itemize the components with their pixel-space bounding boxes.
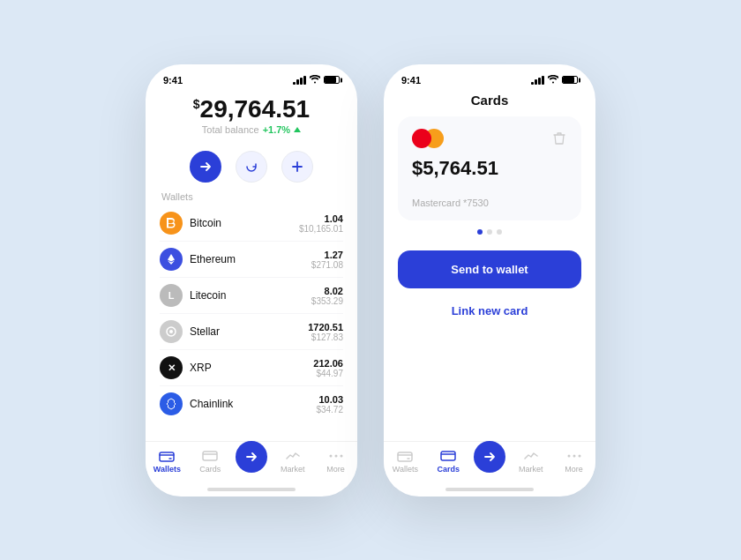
ethereum-amounts: 1.27 $271.08 — [311, 250, 343, 270]
dot-2 — [487, 229, 492, 235]
litecoin-name: Litecoin — [190, 289, 311, 302]
time-2: 9:41 — [401, 75, 421, 86]
bitcoin-usd: $10,165.01 — [299, 224, 343, 234]
nav-cards-1[interactable]: Cards — [192, 449, 228, 474]
up-arrow-icon — [294, 127, 301, 132]
svg-point-13 — [578, 454, 580, 457]
nav-market-label-1: Market — [281, 465, 305, 474]
mc-red-circle — [412, 129, 431, 148]
wallet-item-chainlink[interactable]: Chainlink 10.03 $34.72 — [160, 386, 343, 422]
balance-change: Total balance +1.7% — [163, 124, 340, 135]
cards-nav-icon-1 — [201, 449, 219, 463]
nav-market-1[interactable]: Market — [275, 449, 311, 474]
xrp-name: XRP — [190, 362, 313, 374]
nav-cards-label-1: Cards — [199, 465, 221, 474]
svg-marker-0 — [168, 254, 175, 262]
market-nav-icon-1 — [284, 449, 302, 463]
time-1: 9:41 — [163, 75, 183, 86]
stellar-crypto: 1720.51 — [308, 322, 343, 332]
xrp-crypto: 212.06 — [313, 358, 343, 369]
add-button[interactable] — [281, 151, 313, 183]
phone-wallets: 9:41 $29,764.51 — [146, 64, 357, 497]
signal-icon-1 — [293, 76, 306, 85]
market-nav-icon-2 — [522, 449, 540, 463]
nav-market-label-2: Market — [519, 465, 543, 474]
dot-1 — [477, 229, 483, 235]
nav-more-2[interactable]: More — [557, 449, 592, 474]
xrp-icon: ✕ — [160, 356, 183, 379]
svg-point-7 — [334, 454, 337, 457]
litecoin-crypto: 8.02 — [311, 286, 343, 296]
phone-cards: 9:41 Cards — [384, 64, 595, 497]
more-nav-icon-1 — [327, 449, 345, 463]
status-icons-2 — [531, 75, 578, 86]
svg-rect-4 — [160, 452, 174, 461]
wallet-item-bitcoin[interactable]: Bitcoin 1.04 $10,165.01 — [160, 205, 343, 242]
litecoin-icon: L — [160, 284, 183, 307]
chainlink-icon — [160, 392, 183, 415]
balance-amount: $29,764.51 — [163, 96, 340, 123]
total-label: Total balance — [202, 124, 259, 135]
ethereum-name: Ethereum — [190, 253, 311, 265]
home-indicator-1 — [207, 488, 296, 491]
balance-section: $29,764.51 Total balance +1.7% — [146, 89, 357, 146]
ethereum-icon — [160, 248, 183, 271]
bitcoin-icon — [160, 212, 183, 235]
nav-more-label-2: More — [565, 465, 583, 474]
nav-cards-label-2: Cards — [437, 465, 460, 474]
wallets-nav-icon — [158, 449, 176, 463]
wallets-section: Wallets Bitcoin 1.04 $10,165.01 — [146, 191, 357, 440]
action-buttons — [146, 146, 357, 191]
ethereum-crypto: 1.27 — [311, 250, 343, 260]
status-icons-1 — [293, 75, 340, 86]
nav-wallets-2[interactable]: Wallets — [387, 449, 423, 474]
cards-nav-icon-2 — [439, 449, 457, 463]
dot-3 — [497, 229, 502, 235]
bottom-nav-1: Wallets Cards Market — [146, 441, 357, 488]
bottom-nav-2: Wallets Cards Market — [384, 441, 595, 488]
nav-more-1[interactable]: More — [318, 449, 354, 474]
wallet-item-stellar[interactable]: Stellar 1720.51 $127.83 — [160, 314, 343, 350]
phone1-content: $29,764.51 Total balance +1.7% — [146, 89, 357, 497]
nav-wallets-label-1: Wallets — [153, 465, 181, 474]
svg-rect-9 — [398, 452, 412, 461]
mastercard-logo — [412, 129, 444, 148]
nav-send-1[interactable] — [236, 441, 267, 473]
nav-cards-2[interactable]: Cards — [430, 449, 466, 474]
wallet-item-xrp[interactable]: ✕ XRP 212.06 $44.97 — [160, 350, 343, 386]
wallets-nav-icon-2 — [396, 449, 414, 463]
nav-wallets-1[interactable]: Wallets — [149, 449, 184, 474]
bitcoin-amounts: 1.04 $10,165.01 — [299, 213, 343, 234]
balance-change-value: +1.7% — [263, 124, 291, 135]
signal-icon-2 — [531, 76, 544, 85]
phones-container: 9:41 $29,764.51 — [146, 64, 595, 497]
chainlink-usd: $34.72 — [316, 405, 343, 414]
delete-card-button[interactable] — [551, 131, 567, 146]
more-nav-icon-2 — [565, 449, 583, 463]
xrp-amounts: 212.06 $44.97 — [313, 358, 343, 378]
svg-point-6 — [329, 454, 332, 457]
wallet-item-ethereum[interactable]: Ethereum 1.27 $271.08 — [160, 242, 343, 278]
card-number: Mastercard *7530 — [412, 198, 567, 208]
send-button[interactable] — [190, 151, 221, 183]
wallet-item-litecoin[interactable]: L Litecoin 8.02 $353.29 — [160, 278, 343, 314]
battery-icon-2 — [562, 76, 578, 84]
link-new-card-button[interactable]: Link new card — [398, 295, 581, 326]
svg-point-8 — [340, 454, 342, 457]
currency-symbol: $ — [193, 96, 200, 110]
phone2-content: Cards $5,764.51 Mastercard *7530 — [384, 89, 595, 497]
wallets-label: Wallets — [160, 191, 343, 202]
home-indicator-2 — [445, 488, 534, 491]
nav-market-2[interactable]: Market — [513, 449, 549, 474]
refresh-button[interactable] — [236, 151, 267, 183]
card-top-row — [412, 129, 567, 148]
svg-rect-5 — [203, 452, 217, 460]
chainlink-amounts: 10.03 $34.72 — [316, 394, 343, 414]
svg-point-12 — [573, 454, 575, 457]
bitcoin-crypto: 1.04 — [299, 213, 343, 224]
svg-point-11 — [567, 454, 570, 457]
svg-point-3 — [169, 330, 173, 333]
send-to-wallet-button[interactable]: Send to wallet — [398, 250, 581, 288]
nav-send-2[interactable] — [474, 441, 505, 473]
battery-icon-1 — [324, 76, 340, 84]
